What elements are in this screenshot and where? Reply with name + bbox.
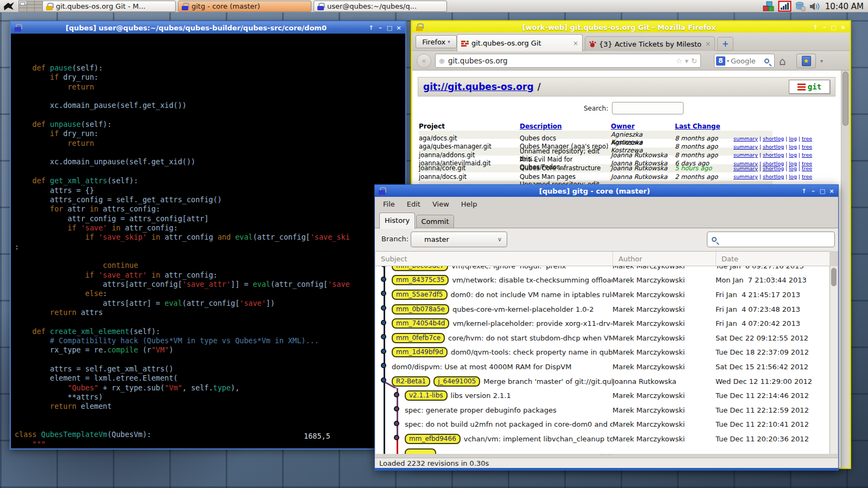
repo-link-tree[interactable]: tree bbox=[802, 165, 812, 171]
close-button[interactable]: × bbox=[828, 188, 835, 195]
commit-row[interactable]: mm_b0c05dc7vm/qrexec: ignore 'nogui:' pr… bbox=[375, 266, 829, 273]
gitg-scrollbar[interactable] bbox=[829, 266, 838, 454]
repo-project[interactable]: aga/qubes-manager.git bbox=[419, 143, 520, 150]
menu-file[interactable]: File bbox=[377, 198, 401, 210]
repo-link-summary[interactable]: summary bbox=[733, 152, 758, 158]
commit-row[interactable]: mm_55ae7df5dom0: do not include VM name … bbox=[375, 287, 829, 302]
maximize-button[interactable]: □ bbox=[386, 24, 393, 31]
repo-link-tree[interactable]: tree bbox=[802, 144, 812, 150]
repo-link-log[interactable]: log bbox=[789, 174, 796, 179]
repo-row[interactable]: joanna/docs.gitQubes Man pagesJoanna Rut… bbox=[419, 172, 773, 181]
tab-close-icon[interactable]: × bbox=[573, 40, 578, 47]
repo-link-log[interactable]: log bbox=[789, 136, 796, 142]
home-icon[interactable]: ⌂ bbox=[779, 55, 786, 68]
chevron-down-icon[interactable]: ▾ bbox=[727, 59, 729, 63]
bookmarks-button[interactable]: ★ bbox=[796, 54, 816, 68]
column-header-date[interactable]: Date bbox=[716, 252, 829, 266]
url-bar[interactable]: ⊕ ☆ ▾ ↻ bbox=[435, 54, 701, 68]
repo-link-summary[interactable]: summary bbox=[733, 144, 758, 150]
taskbar-button[interactable]: git.qubes-os.org Git - M... bbox=[42, 1, 176, 12]
close-button[interactable]: × bbox=[395, 24, 403, 31]
repo-link-log[interactable]: log bbox=[789, 152, 796, 158]
tab-gitweb[interactable]: git.qubes-os.org Git × bbox=[457, 34, 583, 52]
repo-row[interactable]: aga/docs.gitQubes docsAgnieszka Kostrzew… bbox=[419, 131, 773, 139]
gitg-search[interactable] bbox=[707, 232, 835, 247]
column-header-description[interactable]: Description bbox=[520, 123, 611, 130]
repo-link-log[interactable]: log bbox=[789, 165, 796, 171]
tab-history[interactable]: History bbox=[379, 213, 415, 229]
commit-row[interactable]: mm_0b078a5equbes-core-vm-kernel-placehol… bbox=[375, 302, 829, 317]
commit-row[interactable]: spec: generate proper debuginfo packages… bbox=[375, 403, 829, 418]
scrollbar-thumb[interactable] bbox=[843, 72, 848, 126]
repo-link-shortlog[interactable]: shortlog bbox=[763, 144, 784, 150]
repo-link-tree[interactable]: tree bbox=[802, 174, 812, 179]
tab-commit[interactable]: Commit bbox=[416, 215, 454, 229]
search-engine-icon[interactable]: 8 bbox=[716, 56, 725, 66]
back-button[interactable]: « bbox=[417, 54, 431, 68]
column-header-author[interactable]: Author bbox=[612, 252, 716, 266]
network-icon[interactable] bbox=[778, 1, 792, 12]
minimize-button[interactable]: – bbox=[821, 24, 828, 31]
maximize-button[interactable]: □ bbox=[819, 188, 826, 195]
maximize-button[interactable]: □ bbox=[830, 24, 838, 31]
reload-icon[interactable]: ↻ bbox=[691, 57, 697, 65]
repo-link-summary[interactable]: summary bbox=[733, 136, 758, 142]
tab-close-icon[interactable]: × bbox=[705, 40, 711, 48]
commit-row[interactable]: v2.1.1-libslibs version 2.1.1Marek Marcz… bbox=[375, 388, 829, 403]
search-magnifier-icon[interactable] bbox=[764, 59, 769, 63]
minimize-button[interactable]: – bbox=[809, 188, 817, 195]
workspace-pager[interactable] bbox=[18, 1, 43, 12]
shade-button[interactable]: ↑ bbox=[367, 24, 375, 31]
repo-link-summary[interactable]: summary bbox=[733, 165, 758, 171]
qubes-manager-icon[interactable] bbox=[763, 1, 775, 12]
gitg-titlebar[interactable]: [qubes] gitg - core (master) ↑ – □ × bbox=[375, 185, 838, 197]
repo-link-log[interactable]: log bbox=[789, 144, 796, 150]
commit-list[interactable]: mm_b0c05dc7vm/qrexec: ignore 'nogui:' pr… bbox=[375, 266, 829, 454]
repo-link-tree[interactable]: tree bbox=[802, 152, 812, 158]
close-button[interactable]: × bbox=[839, 24, 847, 31]
repo-link-shortlog[interactable]: shortlog bbox=[763, 174, 784, 179]
search-bar[interactable]: 8 ▾ bbox=[714, 54, 775, 68]
commit-row[interactable]: mm_efbd9466vchan/vm: implement libvchan_… bbox=[375, 432, 829, 446]
terminal-code[interactable]: 1685,5 def pause(self): if dry_run: retu… bbox=[11, 34, 405, 448]
menu-help[interactable]: Help bbox=[455, 198, 483, 210]
gitg-search-input[interactable] bbox=[720, 235, 834, 243]
bookmark-star-icon[interactable]: ☆ bbox=[676, 57, 682, 65]
repo-project[interactable]: joanna/core.git bbox=[419, 164, 520, 172]
search-input[interactable] bbox=[731, 57, 756, 65]
shade-button[interactable]: ↑ bbox=[800, 188, 808, 195]
column-header-subject[interactable]: Subject bbox=[375, 252, 612, 266]
commit-row[interactable]: mm_0fefb7cecore/hvm: do not start stubdo… bbox=[375, 331, 829, 345]
repo-link-shortlog[interactable]: shortlog bbox=[763, 165, 784, 171]
taskbar-button[interactable]: gitg - core (master) bbox=[178, 1, 311, 12]
column-header-owner[interactable]: Owner bbox=[611, 123, 675, 130]
url-input[interactable] bbox=[448, 56, 676, 65]
repo-project[interactable]: aga/docs.git bbox=[419, 134, 520, 142]
gitweb-logo[interactable]: git bbox=[789, 80, 830, 94]
disk-icon[interactable] bbox=[794, 1, 806, 12]
commit-row[interactable]: mm_1d49bf9ddom0/qvm-tools: check propert… bbox=[375, 345, 829, 360]
commit-row[interactable]: spec: do not build u2mfn not packaged in… bbox=[375, 418, 829, 432]
volume-icon[interactable] bbox=[809, 2, 821, 11]
firefox-titlebar[interactable]: [work-web] git.qubes-os.org Git - Mozill… bbox=[412, 22, 850, 33]
chevron-down-icon[interactable]: ▾ bbox=[685, 57, 689, 65]
scrollbar-thumb[interactable] bbox=[831, 268, 837, 286]
chevron-down-icon[interactable]: ▾ bbox=[820, 58, 823, 64]
commit-row[interactable]: mm_74054b4dvm/kernel-placeholder: provid… bbox=[375, 316, 829, 331]
repo-row[interactable]: joanna/core.gitQubes Core Infrastructure… bbox=[419, 164, 773, 172]
repo-link-summary[interactable]: summary bbox=[733, 174, 758, 179]
taskbar-button[interactable]: user@qubes:~/qubes/q... bbox=[314, 1, 447, 12]
firefox-menu-button[interactable]: Firefox ▾ bbox=[416, 35, 457, 48]
shade-button[interactable]: ↑ bbox=[812, 24, 819, 31]
commit-row[interactable]: R2-Beta1j_64e91005Merge branch 'master' … bbox=[375, 374, 829, 389]
menu-edit[interactable]: Edit bbox=[401, 198, 426, 210]
pane-splitter[interactable]: ····· bbox=[375, 454, 838, 458]
repo-link-shortlog[interactable]: shortlog bbox=[763, 136, 784, 142]
column-header-lastchange[interactable]: Last Change bbox=[675, 123, 733, 130]
iconify-desktop-icon[interactable] bbox=[3, 1, 16, 11]
gitweb-search-input[interactable] bbox=[612, 102, 684, 114]
minimize-button[interactable]: – bbox=[376, 24, 384, 31]
commit-row[interactable]: mm_84375c35vm/network: disable tx-checks… bbox=[375, 273, 829, 288]
repo-link-shortlog[interactable]: shortlog bbox=[763, 152, 784, 158]
firefox-scrollbar[interactable] bbox=[841, 70, 850, 467]
